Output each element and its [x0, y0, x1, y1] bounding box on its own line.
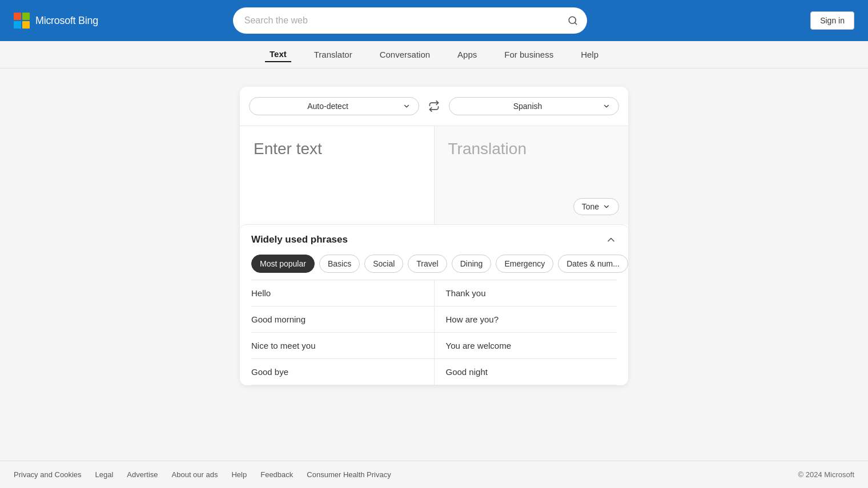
tone-button[interactable]: Tone	[573, 198, 619, 215]
footer: Privacy and Cookies Legal Advertise Abou…	[0, 461, 868, 488]
phrase-hello[interactable]: Hello	[251, 280, 435, 306]
output-text-area: Translation Tone	[435, 126, 629, 224]
chevron-up-icon	[605, 234, 617, 245]
phrase-thank-you[interactable]: Thank you	[435, 280, 617, 306]
main-content: Auto-detect Spanish T	[0, 68, 868, 461]
search-bar	[233, 7, 587, 34]
logo[interactable]: Microsoft Bing	[14, 13, 116, 29]
sign-in-button[interactable]: Sign in	[810, 11, 854, 30]
phrase-grid: Hello Thank you Good morning How are you…	[240, 280, 628, 385]
search-icon	[568, 15, 578, 26]
phrase-nice-to-meet-you[interactable]: Nice to meet you	[251, 333, 435, 358]
target-language-dropdown[interactable]: Spanish	[449, 97, 619, 115]
phrases-title: Widely used phrases	[251, 234, 348, 245]
svg-line-1	[574, 22, 576, 24]
microsoft-logo-icon	[14, 13, 30, 29]
chevron-down-icon	[602, 102, 610, 110]
chevron-down-icon	[403, 102, 411, 110]
phrase-how-are-you[interactable]: How are you?	[435, 306, 617, 332]
table-row: Hello Thank you	[251, 280, 617, 306]
copyright: © 2024 Microsoft	[798, 470, 854, 479]
footer-link-legal[interactable]: Legal	[95, 470, 114, 479]
translation-areas: Translation Tone	[240, 126, 628, 224]
table-row: Good morning How are you?	[251, 306, 617, 332]
phrases-section: Widely used phrases Most popular Basics …	[240, 224, 628, 385]
language-selectors: Auto-detect Spanish	[240, 87, 628, 126]
brand-name: Microsoft Bing	[35, 15, 98, 27]
nav-item-conversation[interactable]: Conversation	[375, 47, 435, 62]
footer-link-consumer-health[interactable]: Consumer Health Privacy	[307, 470, 391, 479]
chevron-down-icon	[602, 203, 610, 211]
footer-link-privacy[interactable]: Privacy and Cookies	[14, 470, 82, 479]
phrase-you-are-welcome[interactable]: You are welcome	[435, 333, 617, 358]
phrase-good-bye[interactable]: Good bye	[251, 359, 435, 385]
source-text-area	[240, 126, 435, 224]
collapse-phrases-button[interactable]	[605, 234, 617, 245]
phrases-header: Widely used phrases	[240, 225, 628, 255]
category-social[interactable]: Social	[364, 255, 403, 273]
nav-item-for-business[interactable]: For business	[500, 47, 558, 62]
category-pills: Most popular Basics Social Travel Dining…	[240, 255, 628, 280]
header-right: Sign in	[810, 11, 854, 30]
main-nav: Text Translator Conversation Apps For bu…	[0, 41, 868, 68]
category-dining[interactable]: Dining	[452, 255, 492, 273]
category-travel[interactable]: Travel	[408, 255, 447, 273]
translator-card: Auto-detect Spanish T	[240, 87, 628, 385]
table-row: Good bye Good night	[251, 358, 617, 385]
translation-output: Translation	[448, 140, 615, 158]
category-emergency[interactable]: Emergency	[496, 255, 553, 273]
swap-languages-button[interactable]	[424, 96, 444, 116]
nav-item-apps[interactable]: Apps	[453, 47, 481, 62]
header: Microsoft Bing Sign in	[0, 0, 868, 41]
source-text-input[interactable]	[254, 140, 420, 211]
source-language-label: Auto-detect	[258, 102, 398, 111]
table-row: Nice to meet you You are welcome	[251, 332, 617, 358]
nav-item-text[interactable]: Text	[265, 47, 291, 62]
phrase-good-night[interactable]: Good night	[435, 359, 617, 385]
swap-icon	[428, 100, 440, 112]
footer-link-advertise[interactable]: Advertise	[127, 470, 158, 479]
search-input[interactable]	[233, 7, 587, 34]
category-basics[interactable]: Basics	[319, 255, 360, 273]
footer-link-about-ads[interactable]: About our ads	[172, 470, 218, 479]
target-language-label: Spanish	[457, 102, 598, 111]
category-dates-numbers[interactable]: Dates & num...	[558, 255, 628, 273]
nav-item-translator[interactable]: Translator	[310, 47, 357, 62]
phrase-good-morning[interactable]: Good morning	[251, 306, 435, 332]
footer-link-feedback[interactable]: Feedback	[260, 470, 293, 479]
footer-link-help[interactable]: Help	[231, 470, 247, 479]
category-most-popular[interactable]: Most popular	[251, 255, 315, 273]
source-language-dropdown[interactable]: Auto-detect	[249, 97, 419, 115]
nav-item-help[interactable]: Help	[576, 47, 603, 62]
search-button[interactable]	[558, 7, 587, 34]
